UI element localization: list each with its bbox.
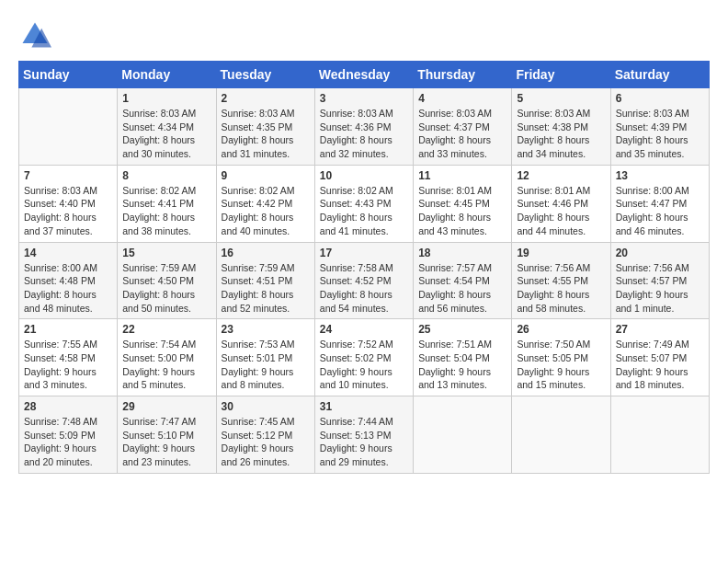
day-info: Sunrise: 8:03 AM Sunset: 4:37 PM Dayligh… — [418, 107, 506, 161]
daylight: Daylight: 8 hours and 40 minutes. — [222, 212, 294, 236]
day-info: Sunrise: 7:50 AM Sunset: 5:05 PM Dayligh… — [517, 338, 605, 392]
day-info: Sunrise: 7:56 AM Sunset: 4:57 PM Dayligh… — [616, 261, 704, 316]
daylight: Daylight: 8 hours and 54 minutes. — [320, 289, 392, 314]
day-info: Sunrise: 8:02 AM Sunset: 4:41 PM Dayligh… — [122, 184, 210, 238]
sunrise: Sunrise: 7:49 AM — [616, 339, 689, 350]
daylight: Daylight: 8 hours and 37 minutes. — [24, 212, 97, 236]
sunrise: Sunrise: 8:01 AM — [418, 185, 492, 196]
sunset: Sunset: 4:45 PM — [418, 198, 490, 209]
sunset: Sunset: 4:57 PM — [616, 275, 688, 286]
sunset: Sunset: 4:52 PM — [320, 275, 392, 286]
sunset: Sunset: 5:01 PM — [222, 352, 293, 363]
sunrise: Sunrise: 8:03 AM — [24, 185, 97, 196]
day-info: Sunrise: 8:03 AM Sunset: 4:39 PM Dayligh… — [616, 107, 704, 161]
day-number: 7 — [24, 169, 112, 182]
day-number: 4 — [418, 92, 506, 105]
daylight: Daylight: 8 hours and 41 minutes. — [320, 212, 392, 236]
calendar-table: SundayMondayTuesdayWednesdayThursdayFrid… — [18, 61, 710, 474]
day-cell: 25 Sunrise: 7:51 AM Sunset: 5:04 PM Dayl… — [414, 319, 512, 396]
day-cell: 6 Sunrise: 8:03 AM Sunset: 4:39 PM Dayli… — [610, 88, 709, 166]
sunset: Sunset: 5:10 PM — [122, 430, 194, 441]
day-info: Sunrise: 8:03 AM Sunset: 4:40 PM Dayligh… — [24, 184, 112, 238]
daylight: Daylight: 9 hours and 15 minutes. — [517, 366, 589, 391]
sunset: Sunset: 5:00 PM — [122, 352, 194, 363]
day-cell: 11 Sunrise: 8:01 AM Sunset: 4:45 PM Dayl… — [414, 165, 512, 242]
sunset: Sunset: 4:51 PM — [222, 275, 293, 286]
day-number: 13 — [616, 169, 704, 182]
day-cell: 5 Sunrise: 8:03 AM Sunset: 4:38 PM Dayli… — [512, 88, 610, 166]
day-header-friday: Friday — [512, 62, 610, 88]
day-cell: 4 Sunrise: 8:03 AM Sunset: 4:37 PM Dayli… — [414, 88, 512, 166]
header-row: SundayMondayTuesdayWednesdayThursdayFrid… — [19, 62, 710, 88]
sunrise: Sunrise: 7:58 AM — [320, 262, 393, 273]
day-number: 6 — [616, 92, 704, 105]
sunset: Sunset: 4:36 PM — [320, 121, 392, 132]
day-number: 30 — [222, 400, 310, 413]
day-info: Sunrise: 8:02 AM Sunset: 4:42 PM Dayligh… — [222, 184, 310, 238]
header — [18, 18, 710, 52]
sunrise: Sunrise: 7:59 AM — [222, 262, 295, 273]
daylight: Daylight: 8 hours and 32 minutes. — [320, 134, 392, 159]
sunset: Sunset: 4:55 PM — [517, 275, 588, 286]
day-cell: 1 Sunrise: 8:03 AM Sunset: 4:34 PM Dayli… — [118, 88, 216, 166]
sunrise: Sunrise: 7:44 AM — [320, 416, 393, 427]
day-info: Sunrise: 7:53 AM Sunset: 5:01 PM Dayligh… — [222, 338, 310, 392]
sunrise: Sunrise: 7:48 AM — [24, 416, 97, 427]
daylight: Daylight: 9 hours and 26 minutes. — [222, 442, 294, 467]
day-header-monday: Monday — [118, 62, 216, 88]
sunset: Sunset: 4:37 PM — [418, 121, 490, 132]
day-number: 27 — [616, 323, 704, 336]
sunset: Sunset: 4:47 PM — [616, 198, 688, 209]
sunset: Sunset: 4:39 PM — [616, 121, 688, 132]
daylight: Daylight: 9 hours and 23 minutes. — [122, 442, 195, 467]
daylight: Daylight: 9 hours and 13 minutes. — [418, 366, 491, 391]
day-number: 18 — [418, 247, 506, 259]
sunrise: Sunrise: 7:57 AM — [418, 262, 492, 273]
day-number: 16 — [222, 247, 310, 259]
day-header-sunday: Sunday — [19, 62, 118, 88]
sunset: Sunset: 4:34 PM — [122, 121, 194, 132]
day-number: 24 — [320, 323, 408, 336]
daylight: Daylight: 8 hours and 48 minutes. — [24, 289, 97, 314]
day-number: 1 — [122, 92, 210, 105]
sunrise: Sunrise: 8:03 AM — [122, 108, 196, 119]
daylight: Daylight: 8 hours and 52 minutes. — [222, 289, 294, 314]
day-number: 12 — [517, 169, 605, 182]
daylight: Daylight: 8 hours and 38 minutes. — [122, 212, 195, 236]
day-cell: 9 Sunrise: 8:02 AM Sunset: 4:42 PM Dayli… — [216, 165, 314, 242]
day-number: 22 — [122, 323, 210, 336]
day-cell: 28 Sunrise: 7:48 AM Sunset: 5:09 PM Dayl… — [19, 396, 118, 474]
day-info: Sunrise: 8:01 AM Sunset: 4:46 PM Dayligh… — [517, 184, 605, 238]
day-cell: 31 Sunrise: 7:44 AM Sunset: 5:13 PM Dayl… — [314, 396, 413, 474]
day-cell: 13 Sunrise: 8:00 AM Sunset: 4:47 PM Dayl… — [610, 165, 709, 242]
daylight: Daylight: 9 hours and 3 minutes. — [24, 366, 97, 391]
week-row-1: 1 Sunrise: 8:03 AM Sunset: 4:34 PM Dayli… — [19, 88, 710, 166]
day-info: Sunrise: 8:03 AM Sunset: 4:35 PM Dayligh… — [222, 107, 310, 161]
week-row-2: 7 Sunrise: 8:03 AM Sunset: 4:40 PM Dayli… — [19, 165, 710, 242]
sunrise: Sunrise: 7:54 AM — [122, 339, 196, 350]
sunset: Sunset: 4:40 PM — [24, 198, 96, 209]
day-number: 11 — [418, 169, 506, 182]
daylight: Daylight: 9 hours and 5 minutes. — [122, 366, 195, 391]
sunrise: Sunrise: 7:51 AM — [418, 339, 492, 350]
day-header-saturday: Saturday — [610, 62, 709, 88]
day-cell: 10 Sunrise: 8:02 AM Sunset: 4:43 PM Dayl… — [314, 165, 413, 242]
day-info: Sunrise: 7:57 AM Sunset: 4:54 PM Dayligh… — [418, 261, 506, 316]
sunrise: Sunrise: 7:55 AM — [24, 339, 97, 350]
day-cell — [512, 396, 610, 474]
daylight: Daylight: 8 hours and 33 minutes. — [418, 134, 491, 159]
day-cell: 3 Sunrise: 8:03 AM Sunset: 4:36 PM Dayli… — [314, 88, 413, 166]
sunrise: Sunrise: 8:03 AM — [517, 108, 590, 119]
sunset: Sunset: 5:07 PM — [616, 352, 688, 363]
day-info: Sunrise: 7:48 AM Sunset: 5:09 PM Dayligh… — [24, 415, 112, 469]
day-info: Sunrise: 7:49 AM Sunset: 5:07 PM Dayligh… — [616, 338, 704, 392]
day-cell: 15 Sunrise: 7:59 AM Sunset: 4:50 PM Dayl… — [118, 242, 216, 319]
week-row-4: 21 Sunrise: 7:55 AM Sunset: 4:58 PM Dayl… — [19, 319, 710, 396]
day-cell — [610, 396, 709, 474]
sunset: Sunset: 4:58 PM — [24, 352, 96, 363]
sunrise: Sunrise: 7:53 AM — [222, 339, 295, 350]
daylight: Daylight: 8 hours and 44 minutes. — [517, 212, 589, 236]
day-info: Sunrise: 7:45 AM Sunset: 5:12 PM Dayligh… — [222, 415, 310, 469]
daylight: Daylight: 9 hours and 1 minute. — [616, 289, 688, 314]
sunrise: Sunrise: 8:03 AM — [616, 108, 689, 119]
